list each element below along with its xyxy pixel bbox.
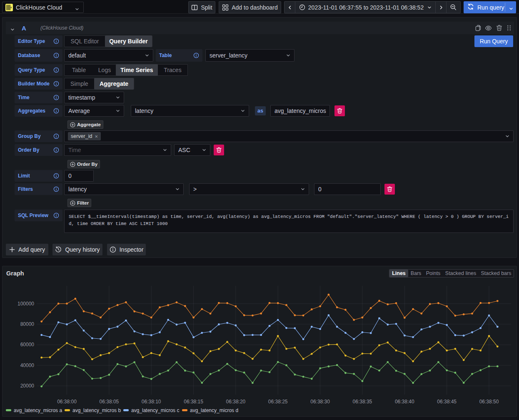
svg-text:20000: 20000 <box>20 383 35 389</box>
svg-text:40000: 40000 <box>20 362 35 368</box>
svg-text:06:38:35: 06:38:35 <box>353 399 372 405</box>
svg-text:06:38:05: 06:38:05 <box>100 399 119 405</box>
svg-text:100000: 100000 <box>17 301 34 307</box>
svg-text:06:38:10: 06:38:10 <box>142 399 161 405</box>
svg-text:60000: 60000 <box>20 342 35 348</box>
svg-text:06:38:30: 06:38:30 <box>310 399 330 405</box>
svg-text:06:38:00: 06:38:00 <box>57 399 77 405</box>
svg-text:06:38:15: 06:38:15 <box>184 399 203 405</box>
svg-text:06:38:40: 06:38:40 <box>395 399 414 405</box>
svg-text:06:38:50: 06:38:50 <box>479 399 499 405</box>
svg-text:06:38:25: 06:38:25 <box>268 399 288 405</box>
svg-text:80000: 80000 <box>20 321 35 327</box>
svg-text:06:38:20: 06:38:20 <box>226 399 246 405</box>
svg-text:06:38:45: 06:38:45 <box>437 399 457 405</box>
